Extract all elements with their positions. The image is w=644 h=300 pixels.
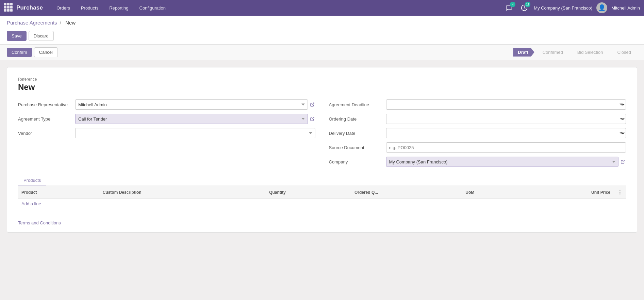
products-table: Product Custom Description Quantity Orde… (18, 186, 626, 199)
confirm-button[interactable]: Confirm (7, 48, 32, 57)
col-quantity: Quantity (266, 186, 351, 199)
form-fields: Purchase Representative Mitchell Admin (18, 99, 626, 167)
right-field-group: Agreement Deadline Ordering Date (329, 99, 626, 167)
company-label: Company (329, 159, 383, 164)
table-header-row: Product Custom Description Quantity Orde… (18, 186, 626, 199)
step-closed[interactable]: Closed (609, 48, 637, 57)
delivery-date-control (386, 128, 626, 138)
svg-line-1 (312, 103, 314, 105)
purchase-rep-select[interactable]: Mitchell Admin (75, 99, 308, 110)
col-product: Product (18, 186, 99, 199)
main-content: Reference New Purchase Representative Mi… (0, 60, 644, 239)
agreement-type-control: Call for Tender (75, 114, 315, 124)
vendor-control (75, 128, 315, 138)
source-document-label: Source Document (329, 145, 383, 150)
agreement-type-select[interactable]: Call for Tender (75, 114, 308, 124)
ref-value: New (18, 82, 626, 92)
svg-line-3 (623, 160, 625, 162)
step-draft[interactable]: Draft (513, 48, 534, 57)
cancel-button[interactable]: Cancel (34, 47, 58, 57)
col-uom: UoM (462, 186, 519, 199)
save-button[interactable]: Save (7, 31, 27, 41)
agreement-type-ext-link[interactable] (309, 116, 315, 122)
delivery-date-field: Delivery Date (329, 128, 626, 138)
vendor-field: Vendor (18, 128, 315, 138)
discard-button[interactable]: Discard (29, 31, 54, 41)
username[interactable]: Mitchell Admin (611, 5, 640, 11)
terms-section: Terms and Conditions (18, 216, 626, 225)
app-brand[interactable]: Purchase (16, 4, 43, 11)
agreement-deadline-control (386, 99, 626, 110)
vendor-select[interactable] (75, 128, 315, 138)
tab-products[interactable]: Products (18, 175, 46, 186)
ordering-date-label: Ordering Date (329, 116, 383, 122)
agreement-deadline-field: Agreement Deadline (329, 99, 626, 110)
add-line-link[interactable]: Add a line (18, 199, 45, 209)
topnav-right: 4 17 My Company (San Francisco) 👤 Mitche… (504, 2, 640, 13)
status-bar: Confirm Cancel Draft Confirmed Bid Selec… (0, 45, 644, 60)
col-custom-desc: Custom Description (99, 186, 266, 199)
breadcrumb-current: New (65, 20, 76, 26)
page-wrapper: Purchase Agreements / New Save Discard C… (0, 16, 644, 300)
company-select[interactable]: My Company (San Francisco) (386, 157, 619, 167)
chat-badge: 4 (510, 2, 515, 7)
purchase-rep-label: Purchase Representative (18, 102, 72, 107)
col-ordered-qty: Ordered Q... (351, 186, 462, 199)
source-document-input[interactable] (386, 142, 626, 153)
user-avatar[interactable]: 👤 (596, 2, 607, 13)
activity-icon-button[interactable]: 17 (519, 2, 530, 13)
purchase-rep-control: Mitchell Admin (75, 99, 315, 110)
menu-orders[interactable]: Orders (51, 0, 76, 16)
delivery-date-input[interactable] (386, 128, 626, 138)
ordering-date-field: Ordering Date (329, 114, 626, 124)
vendor-label: Vendor (18, 131, 72, 136)
breadcrumb-parent[interactable]: Purchase Agreements (7, 20, 57, 26)
company-control: My Company (San Francisco) (386, 157, 626, 167)
purchase-rep-field: Purchase Representative Mitchell Admin (18, 99, 315, 110)
status-steps: Draft Confirmed Bid Selection Closed (513, 48, 637, 57)
action-row: Save Discard (7, 28, 637, 44)
breadcrumb-separator: / (60, 20, 61, 26)
col-menu-icon[interactable]: ⋮ (617, 189, 623, 195)
apps-icon[interactable] (4, 3, 14, 13)
company-name[interactable]: My Company (San Francisco) (534, 5, 592, 11)
delivery-date-label: Delivery Date (329, 131, 383, 136)
ref-label: Reference (18, 77, 626, 82)
col-menu: ⋮ (614, 186, 626, 199)
table-header: Product Custom Description Quantity Orde… (18, 186, 626, 199)
col-unit-price: Unit Price (519, 186, 614, 199)
agreement-type-field: Agreement Type Call for Tender (18, 114, 315, 124)
products-section: Products Product Custom Description Quan… (18, 175, 626, 209)
agreement-deadline-label: Agreement Deadline (329, 102, 383, 107)
left-field-group: Purchase Representative Mitchell Admin (18, 99, 315, 167)
chat-icon-button[interactable]: 4 (504, 2, 515, 13)
source-document-field: Source Document (329, 142, 626, 153)
activity-badge: 17 (525, 2, 530, 7)
company-ext-link[interactable] (620, 159, 626, 165)
step-confirmed[interactable]: Confirmed (534, 48, 569, 57)
agreement-deadline-input[interactable] (386, 99, 626, 110)
breadcrumb: Purchase Agreements / New (7, 20, 637, 26)
source-document-control (386, 142, 626, 153)
terms-label[interactable]: Terms and Conditions (18, 220, 61, 225)
agreement-type-label: Agreement Type (18, 116, 72, 122)
ordering-date-control (386, 114, 626, 124)
svg-line-2 (312, 117, 314, 119)
menu-configuration[interactable]: Configuration (134, 0, 171, 16)
top-menu: Orders Products Reporting Configuration (51, 0, 504, 16)
menu-products[interactable]: Products (76, 0, 104, 16)
step-bid-selection[interactable]: Bid Selection (569, 48, 609, 57)
menu-reporting[interactable]: Reporting (104, 0, 134, 16)
purchase-rep-ext-link[interactable] (309, 101, 315, 108)
form-card: Reference New Purchase Representative Mi… (7, 67, 637, 233)
top-navigation: Purchase Orders Products Reporting Confi… (0, 0, 644, 16)
breadcrumb-bar: Purchase Agreements / New Save Discard (0, 16, 644, 45)
tab-bar: Products (18, 175, 626, 186)
ordering-date-input[interactable] (386, 114, 626, 124)
company-field: Company My Company (San Francisco) (329, 157, 626, 167)
